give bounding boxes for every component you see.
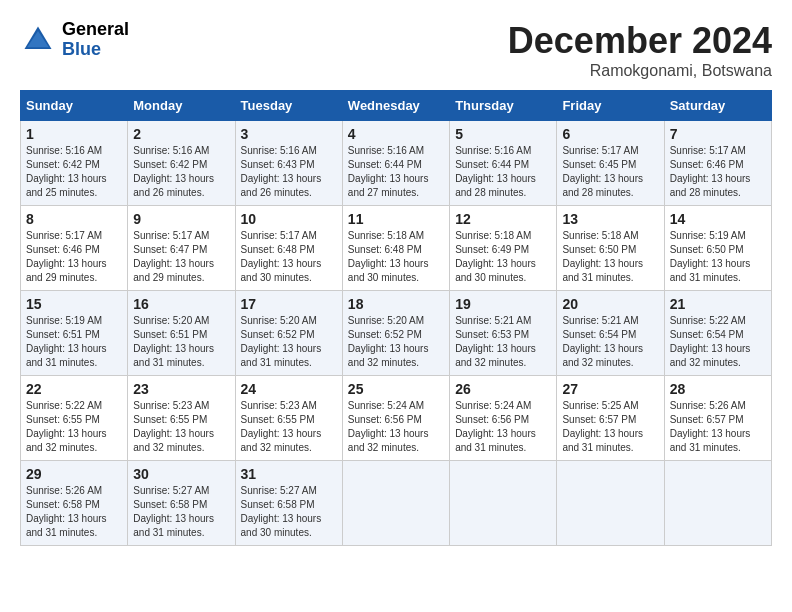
day-number: 1 <box>26 126 122 142</box>
day-number: 29 <box>26 466 122 482</box>
day-number: 22 <box>26 381 122 397</box>
table-row: 8 Sunrise: 5:17 AM Sunset: 6:46 PM Dayli… <box>21 206 128 291</box>
day-info: Sunrise: 5:24 AM Sunset: 6:56 PM Dayligh… <box>348 399 444 455</box>
day-info: Sunrise: 5:16 AM Sunset: 6:42 PM Dayligh… <box>26 144 122 200</box>
table-row: 30 Sunrise: 5:27 AM Sunset: 6:58 PM Dayl… <box>128 461 235 546</box>
table-row: 19 Sunrise: 5:21 AM Sunset: 6:53 PM Dayl… <box>450 291 557 376</box>
table-row: 10 Sunrise: 5:17 AM Sunset: 6:48 PM Dayl… <box>235 206 342 291</box>
day-info: Sunrise: 5:16 AM Sunset: 6:44 PM Dayligh… <box>455 144 551 200</box>
table-row: 7 Sunrise: 5:17 AM Sunset: 6:46 PM Dayli… <box>664 121 771 206</box>
page-header: General Blue December 2024 Ramokgonami, … <box>20 20 772 80</box>
day-info: Sunrise: 5:20 AM Sunset: 6:52 PM Dayligh… <box>241 314 337 370</box>
table-row: 3 Sunrise: 5:16 AM Sunset: 6:43 PM Dayli… <box>235 121 342 206</box>
day-number: 19 <box>455 296 551 312</box>
day-number: 26 <box>455 381 551 397</box>
table-row: 6 Sunrise: 5:17 AM Sunset: 6:45 PM Dayli… <box>557 121 664 206</box>
day-number: 6 <box>562 126 658 142</box>
col-tuesday: Tuesday <box>235 91 342 121</box>
day-info: Sunrise: 5:23 AM Sunset: 6:55 PM Dayligh… <box>133 399 229 455</box>
location: Ramokgonami, Botswana <box>508 62 772 80</box>
table-row: 4 Sunrise: 5:16 AM Sunset: 6:44 PM Dayli… <box>342 121 449 206</box>
day-number: 18 <box>348 296 444 312</box>
table-row: 9 Sunrise: 5:17 AM Sunset: 6:47 PM Dayli… <box>128 206 235 291</box>
title-block: December 2024 Ramokgonami, Botswana <box>508 20 772 80</box>
day-number: 24 <box>241 381 337 397</box>
table-row: 26 Sunrise: 5:24 AM Sunset: 6:56 PM Dayl… <box>450 376 557 461</box>
day-info: Sunrise: 5:23 AM Sunset: 6:55 PM Dayligh… <box>241 399 337 455</box>
day-info: Sunrise: 5:19 AM Sunset: 6:51 PM Dayligh… <box>26 314 122 370</box>
calendar-body: 1 Sunrise: 5:16 AM Sunset: 6:42 PM Dayli… <box>21 121 772 546</box>
day-info: Sunrise: 5:20 AM Sunset: 6:52 PM Dayligh… <box>348 314 444 370</box>
header-row: Sunday Monday Tuesday Wednesday Thursday… <box>21 91 772 121</box>
day-number: 27 <box>562 381 658 397</box>
day-number: 3 <box>241 126 337 142</box>
day-number: 15 <box>26 296 122 312</box>
day-number: 8 <box>26 211 122 227</box>
day-info: Sunrise: 5:18 AM Sunset: 6:48 PM Dayligh… <box>348 229 444 285</box>
day-info: Sunrise: 5:21 AM Sunset: 6:53 PM Dayligh… <box>455 314 551 370</box>
month-title: December 2024 <box>508 20 772 62</box>
col-thursday: Thursday <box>450 91 557 121</box>
table-row: 12 Sunrise: 5:18 AM Sunset: 6:49 PM Dayl… <box>450 206 557 291</box>
day-info: Sunrise: 5:16 AM Sunset: 6:42 PM Dayligh… <box>133 144 229 200</box>
day-info: Sunrise: 5:22 AM Sunset: 6:55 PM Dayligh… <box>26 399 122 455</box>
day-info: Sunrise: 5:22 AM Sunset: 6:54 PM Dayligh… <box>670 314 766 370</box>
day-number: 10 <box>241 211 337 227</box>
day-number: 20 <box>562 296 658 312</box>
day-number: 14 <box>670 211 766 227</box>
table-row <box>342 461 449 546</box>
table-row <box>664 461 771 546</box>
day-number: 4 <box>348 126 444 142</box>
day-info: Sunrise: 5:27 AM Sunset: 6:58 PM Dayligh… <box>241 484 337 540</box>
table-row: 28 Sunrise: 5:26 AM Sunset: 6:57 PM Dayl… <box>664 376 771 461</box>
calendar-row: 29 Sunrise: 5:26 AM Sunset: 6:58 PM Dayl… <box>21 461 772 546</box>
col-friday: Friday <box>557 91 664 121</box>
day-info: Sunrise: 5:19 AM Sunset: 6:50 PM Dayligh… <box>670 229 766 285</box>
day-number: 17 <box>241 296 337 312</box>
table-row <box>557 461 664 546</box>
day-info: Sunrise: 5:17 AM Sunset: 6:48 PM Dayligh… <box>241 229 337 285</box>
day-number: 31 <box>241 466 337 482</box>
day-number: 28 <box>670 381 766 397</box>
table-row: 1 Sunrise: 5:16 AM Sunset: 6:42 PM Dayli… <box>21 121 128 206</box>
day-info: Sunrise: 5:21 AM Sunset: 6:54 PM Dayligh… <box>562 314 658 370</box>
day-number: 23 <box>133 381 229 397</box>
col-saturday: Saturday <box>664 91 771 121</box>
table-row: 25 Sunrise: 5:24 AM Sunset: 6:56 PM Dayl… <box>342 376 449 461</box>
table-row: 5 Sunrise: 5:16 AM Sunset: 6:44 PM Dayli… <box>450 121 557 206</box>
table-row: 13 Sunrise: 5:18 AM Sunset: 6:50 PM Dayl… <box>557 206 664 291</box>
day-info: Sunrise: 5:26 AM Sunset: 6:58 PM Dayligh… <box>26 484 122 540</box>
table-row: 20 Sunrise: 5:21 AM Sunset: 6:54 PM Dayl… <box>557 291 664 376</box>
day-info: Sunrise: 5:18 AM Sunset: 6:50 PM Dayligh… <box>562 229 658 285</box>
table-row: 11 Sunrise: 5:18 AM Sunset: 6:48 PM Dayl… <box>342 206 449 291</box>
calendar-table: Sunday Monday Tuesday Wednesday Thursday… <box>20 90 772 546</box>
day-info: Sunrise: 5:26 AM Sunset: 6:57 PM Dayligh… <box>670 399 766 455</box>
table-row: 17 Sunrise: 5:20 AM Sunset: 6:52 PM Dayl… <box>235 291 342 376</box>
table-row: 29 Sunrise: 5:26 AM Sunset: 6:58 PM Dayl… <box>21 461 128 546</box>
day-info: Sunrise: 5:27 AM Sunset: 6:58 PM Dayligh… <box>133 484 229 540</box>
day-info: Sunrise: 5:17 AM Sunset: 6:46 PM Dayligh… <box>26 229 122 285</box>
logo: General Blue <box>20 20 129 60</box>
col-sunday: Sunday <box>21 91 128 121</box>
day-info: Sunrise: 5:25 AM Sunset: 6:57 PM Dayligh… <box>562 399 658 455</box>
day-number: 9 <box>133 211 229 227</box>
day-info: Sunrise: 5:20 AM Sunset: 6:51 PM Dayligh… <box>133 314 229 370</box>
calendar-row: 1 Sunrise: 5:16 AM Sunset: 6:42 PM Dayli… <box>21 121 772 206</box>
day-number: 5 <box>455 126 551 142</box>
table-row: 27 Sunrise: 5:25 AM Sunset: 6:57 PM Dayl… <box>557 376 664 461</box>
day-number: 21 <box>670 296 766 312</box>
day-number: 11 <box>348 211 444 227</box>
logo-icon <box>20 22 56 58</box>
table-row: 15 Sunrise: 5:19 AM Sunset: 6:51 PM Dayl… <box>21 291 128 376</box>
day-number: 2 <box>133 126 229 142</box>
day-number: 13 <box>562 211 658 227</box>
table-row: 21 Sunrise: 5:22 AM Sunset: 6:54 PM Dayl… <box>664 291 771 376</box>
table-row: 14 Sunrise: 5:19 AM Sunset: 6:50 PM Dayl… <box>664 206 771 291</box>
col-monday: Monday <box>128 91 235 121</box>
table-row: 18 Sunrise: 5:20 AM Sunset: 6:52 PM Dayl… <box>342 291 449 376</box>
day-number: 16 <box>133 296 229 312</box>
table-row <box>450 461 557 546</box>
calendar-row: 8 Sunrise: 5:17 AM Sunset: 6:46 PM Dayli… <box>21 206 772 291</box>
day-info: Sunrise: 5:18 AM Sunset: 6:49 PM Dayligh… <box>455 229 551 285</box>
day-number: 12 <box>455 211 551 227</box>
